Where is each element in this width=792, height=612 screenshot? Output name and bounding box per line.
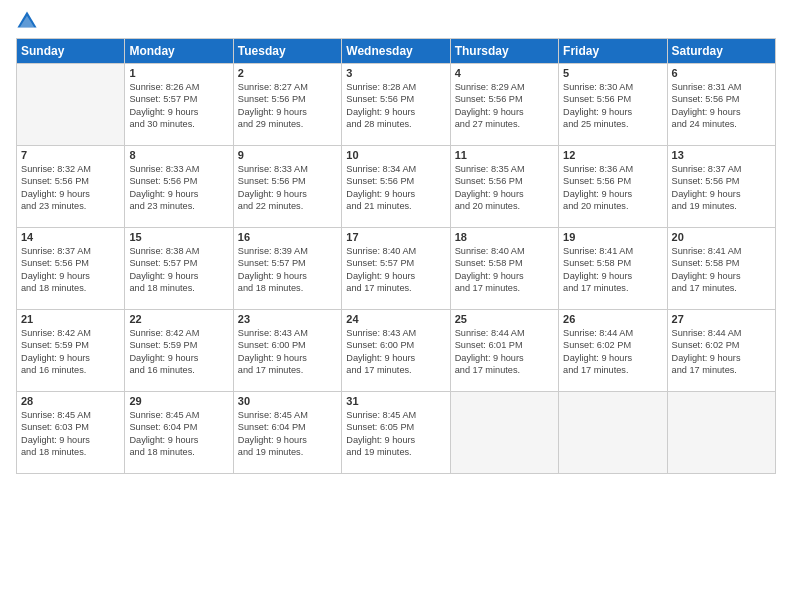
cell-info: Sunrise: 8:41 AM Sunset: 5:58 PM Dayligh… — [672, 245, 771, 295]
calendar-cell: 21Sunrise: 8:42 AM Sunset: 5:59 PM Dayli… — [17, 310, 125, 392]
calendar-cell: 28Sunrise: 8:45 AM Sunset: 6:03 PM Dayli… — [17, 392, 125, 474]
day-number: 8 — [129, 149, 228, 161]
day-number: 28 — [21, 395, 120, 407]
cell-info: Sunrise: 8:37 AM Sunset: 5:56 PM Dayligh… — [672, 163, 771, 213]
day-number: 30 — [238, 395, 337, 407]
day-number: 27 — [672, 313, 771, 325]
cell-info: Sunrise: 8:42 AM Sunset: 5:59 PM Dayligh… — [129, 327, 228, 377]
day-number: 14 — [21, 231, 120, 243]
day-number: 29 — [129, 395, 228, 407]
week-row-4: 28Sunrise: 8:45 AM Sunset: 6:03 PM Dayli… — [17, 392, 776, 474]
day-number: 10 — [346, 149, 445, 161]
calendar-cell: 4Sunrise: 8:29 AM Sunset: 5:56 PM Daylig… — [450, 64, 558, 146]
day-number: 15 — [129, 231, 228, 243]
cell-info: Sunrise: 8:35 AM Sunset: 5:56 PM Dayligh… — [455, 163, 554, 213]
day-number: 31 — [346, 395, 445, 407]
weekday-wednesday: Wednesday — [342, 39, 450, 64]
calendar-cell — [667, 392, 775, 474]
day-number: 1 — [129, 67, 228, 79]
cell-info: Sunrise: 8:26 AM Sunset: 5:57 PM Dayligh… — [129, 81, 228, 131]
week-row-3: 21Sunrise: 8:42 AM Sunset: 5:59 PM Dayli… — [17, 310, 776, 392]
cell-info: Sunrise: 8:34 AM Sunset: 5:56 PM Dayligh… — [346, 163, 445, 213]
cell-info: Sunrise: 8:43 AM Sunset: 6:00 PM Dayligh… — [346, 327, 445, 377]
day-number: 3 — [346, 67, 445, 79]
day-number: 23 — [238, 313, 337, 325]
day-number: 9 — [238, 149, 337, 161]
cell-info: Sunrise: 8:33 AM Sunset: 5:56 PM Dayligh… — [129, 163, 228, 213]
day-number: 17 — [346, 231, 445, 243]
cell-info: Sunrise: 8:42 AM Sunset: 5:59 PM Dayligh… — [21, 327, 120, 377]
day-number: 6 — [672, 67, 771, 79]
calendar-table: SundayMondayTuesdayWednesdayThursdayFrid… — [16, 38, 776, 474]
calendar-cell: 12Sunrise: 8:36 AM Sunset: 5:56 PM Dayli… — [559, 146, 667, 228]
cell-info: Sunrise: 8:38 AM Sunset: 5:57 PM Dayligh… — [129, 245, 228, 295]
cell-info: Sunrise: 8:29 AM Sunset: 5:56 PM Dayligh… — [455, 81, 554, 131]
calendar-cell: 17Sunrise: 8:40 AM Sunset: 5:57 PM Dayli… — [342, 228, 450, 310]
cell-info: Sunrise: 8:27 AM Sunset: 5:56 PM Dayligh… — [238, 81, 337, 131]
calendar-cell: 10Sunrise: 8:34 AM Sunset: 5:56 PM Dayli… — [342, 146, 450, 228]
day-number: 20 — [672, 231, 771, 243]
calendar-cell: 22Sunrise: 8:42 AM Sunset: 5:59 PM Dayli… — [125, 310, 233, 392]
cell-info: Sunrise: 8:44 AM Sunset: 6:02 PM Dayligh… — [563, 327, 662, 377]
calendar-cell: 16Sunrise: 8:39 AM Sunset: 5:57 PM Dayli… — [233, 228, 341, 310]
weekday-monday: Monday — [125, 39, 233, 64]
cell-info: Sunrise: 8:33 AM Sunset: 5:56 PM Dayligh… — [238, 163, 337, 213]
header — [16, 10, 776, 32]
day-number: 13 — [672, 149, 771, 161]
day-number: 16 — [238, 231, 337, 243]
logo-icon — [16, 10, 38, 32]
day-number: 19 — [563, 231, 662, 243]
cell-info: Sunrise: 8:39 AM Sunset: 5:57 PM Dayligh… — [238, 245, 337, 295]
day-number: 11 — [455, 149, 554, 161]
day-number: 18 — [455, 231, 554, 243]
logo — [16, 10, 42, 32]
week-row-2: 14Sunrise: 8:37 AM Sunset: 5:56 PM Dayli… — [17, 228, 776, 310]
weekday-saturday: Saturday — [667, 39, 775, 64]
weekday-friday: Friday — [559, 39, 667, 64]
day-number: 7 — [21, 149, 120, 161]
calendar-cell: 26Sunrise: 8:44 AM Sunset: 6:02 PM Dayli… — [559, 310, 667, 392]
day-number: 22 — [129, 313, 228, 325]
cell-info: Sunrise: 8:31 AM Sunset: 5:56 PM Dayligh… — [672, 81, 771, 131]
calendar-cell: 15Sunrise: 8:38 AM Sunset: 5:57 PM Dayli… — [125, 228, 233, 310]
calendar-cell — [450, 392, 558, 474]
calendar-cell: 5Sunrise: 8:30 AM Sunset: 5:56 PM Daylig… — [559, 64, 667, 146]
cell-info: Sunrise: 8:40 AM Sunset: 5:57 PM Dayligh… — [346, 245, 445, 295]
cell-info: Sunrise: 8:36 AM Sunset: 5:56 PM Dayligh… — [563, 163, 662, 213]
cell-info: Sunrise: 8:41 AM Sunset: 5:58 PM Dayligh… — [563, 245, 662, 295]
cell-info: Sunrise: 8:37 AM Sunset: 5:56 PM Dayligh… — [21, 245, 120, 295]
calendar-cell: 18Sunrise: 8:40 AM Sunset: 5:58 PM Dayli… — [450, 228, 558, 310]
cell-info: Sunrise: 8:44 AM Sunset: 6:02 PM Dayligh… — [672, 327, 771, 377]
calendar-cell: 6Sunrise: 8:31 AM Sunset: 5:56 PM Daylig… — [667, 64, 775, 146]
day-number: 21 — [21, 313, 120, 325]
day-number: 25 — [455, 313, 554, 325]
calendar-cell: 1Sunrise: 8:26 AM Sunset: 5:57 PM Daylig… — [125, 64, 233, 146]
weekday-sunday: Sunday — [17, 39, 125, 64]
calendar-cell: 25Sunrise: 8:44 AM Sunset: 6:01 PM Dayli… — [450, 310, 558, 392]
calendar-cell — [17, 64, 125, 146]
page: SundayMondayTuesdayWednesdayThursdayFrid… — [0, 0, 792, 612]
week-row-0: 1Sunrise: 8:26 AM Sunset: 5:57 PM Daylig… — [17, 64, 776, 146]
calendar-cell: 7Sunrise: 8:32 AM Sunset: 5:56 PM Daylig… — [17, 146, 125, 228]
weekday-header-row: SundayMondayTuesdayWednesdayThursdayFrid… — [17, 39, 776, 64]
calendar-cell: 8Sunrise: 8:33 AM Sunset: 5:56 PM Daylig… — [125, 146, 233, 228]
calendar-cell: 14Sunrise: 8:37 AM Sunset: 5:56 PM Dayli… — [17, 228, 125, 310]
week-row-1: 7Sunrise: 8:32 AM Sunset: 5:56 PM Daylig… — [17, 146, 776, 228]
calendar-cell: 20Sunrise: 8:41 AM Sunset: 5:58 PM Dayli… — [667, 228, 775, 310]
calendar-cell: 29Sunrise: 8:45 AM Sunset: 6:04 PM Dayli… — [125, 392, 233, 474]
day-number: 2 — [238, 67, 337, 79]
cell-info: Sunrise: 8:45 AM Sunset: 6:04 PM Dayligh… — [238, 409, 337, 459]
day-number: 4 — [455, 67, 554, 79]
weekday-tuesday: Tuesday — [233, 39, 341, 64]
day-number: 5 — [563, 67, 662, 79]
calendar-cell: 24Sunrise: 8:43 AM Sunset: 6:00 PM Dayli… — [342, 310, 450, 392]
calendar-cell: 11Sunrise: 8:35 AM Sunset: 5:56 PM Dayli… — [450, 146, 558, 228]
day-number: 12 — [563, 149, 662, 161]
calendar-cell: 2Sunrise: 8:27 AM Sunset: 5:56 PM Daylig… — [233, 64, 341, 146]
weekday-thursday: Thursday — [450, 39, 558, 64]
calendar-cell: 9Sunrise: 8:33 AM Sunset: 5:56 PM Daylig… — [233, 146, 341, 228]
day-number: 24 — [346, 313, 445, 325]
cell-info: Sunrise: 8:45 AM Sunset: 6:04 PM Dayligh… — [129, 409, 228, 459]
cell-info: Sunrise: 8:30 AM Sunset: 5:56 PM Dayligh… — [563, 81, 662, 131]
day-number: 26 — [563, 313, 662, 325]
